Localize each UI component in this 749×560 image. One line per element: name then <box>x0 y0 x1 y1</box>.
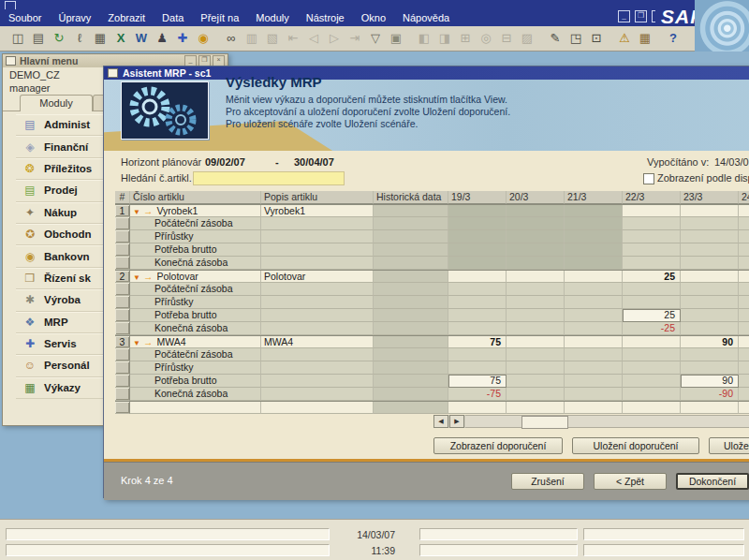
row-selector[interactable] <box>115 309 130 322</box>
row-number[interactable]: 1 <box>115 205 130 217</box>
gears-image <box>121 81 209 140</box>
detail-label: Potřeba brutto <box>130 375 261 388</box>
grid-cell <box>623 230 681 243</box>
find-icon[interactable]: ∞ <box>221 29 242 48</box>
row-selector[interactable] <box>115 322 130 335</box>
grid-cell[interactable]: -90 <box>681 388 739 401</box>
filter-person-icon[interactable]: ♟ <box>152 29 172 48</box>
query-icon[interactable]: ⊡ <box>586 29 607 48</box>
menu-moduly[interactable]: Moduly <box>247 12 297 23</box>
grid-cell[interactable]: 90 <box>681 336 739 348</box>
restore-icon[interactable]: ❐ <box>635 10 647 22</box>
link-arrow-icon[interactable]: → <box>143 271 154 282</box>
grid-cell[interactable]: 90 <box>681 375 739 388</box>
row-number[interactable]: 3 <box>115 336 130 348</box>
menu-data[interactable]: Data <box>154 12 192 23</box>
grid-cell[interactable]: 25 <box>623 309 681 322</box>
grid-cell <box>565 348 623 361</box>
collapse-triangle-icon[interactable]: ▼ <box>133 273 140 282</box>
tab-moduly[interactable]: Moduly <box>20 95 93 111</box>
row-selector[interactable] <box>115 283 130 296</box>
dialog-titlebar[interactable]: Asistent MRP - sc1 <box>104 66 749 80</box>
item-code-cell[interactable]: ▼→Polotovar <box>130 271 261 283</box>
calendar-icon[interactable]: ▦ <box>635 29 655 48</box>
grid-cell <box>448 309 507 322</box>
attachment-icon[interactable]: ℓ <box>69 29 90 48</box>
menu-zobrazit[interactable]: Zobrazit <box>99 12 154 23</box>
grid-cell <box>448 230 507 243</box>
empty-row <box>115 401 749 414</box>
save-scenario-button[interactable]: Uložení scénáře <box>709 437 749 454</box>
filter-icon[interactable]: ▽ <box>365 29 386 48</box>
grid-cell <box>448 402 507 414</box>
column-header-Čsloartiklu: Číslo artiklu <box>130 191 261 204</box>
view-recommendation-button[interactable]: Zobrazení doporučení <box>433 437 563 454</box>
word-icon[interactable]: W <box>131 29 152 48</box>
warning-icon[interactable]: ⚠ <box>614 29 635 48</box>
column-header-193: 19/3 <box>448 191 507 204</box>
grid-cell[interactable]: 75 <box>448 375 507 388</box>
collapse-triangle-icon[interactable]: ▼ <box>133 339 140 347</box>
row-selector[interactable] <box>115 257 130 270</box>
row-selector[interactable] <box>115 217 130 230</box>
grid-cell[interactable]: -75 <box>448 388 507 401</box>
row-selector[interactable] <box>115 388 130 401</box>
scroll-right-icon[interactable]: ▶ <box>449 415 464 428</box>
row-number[interactable]: 2 <box>115 271 130 283</box>
display-by-planner-checkbox[interactable] <box>643 173 654 184</box>
item-code-cell[interactable]: ▼→MWA4 <box>130 336 261 348</box>
grid-cell[interactable]: 25 <box>623 271 681 283</box>
minimize-icon[interactable]: _ <box>618 10 630 22</box>
item-code-cell[interactable]: ▼→Vyrobek1 <box>130 205 261 217</box>
checkbox-label: Zobrazení podle dispozice <box>657 172 749 184</box>
scroll-left-icon[interactable]: ◀ <box>433 415 448 428</box>
scrollbar-thumb[interactable] <box>521 416 568 429</box>
detail-description <box>261 361 374 375</box>
menu-soubor[interactable]: Soubor <box>0 12 50 23</box>
detail-description <box>261 375 374 388</box>
menu-pravy[interactable]: Úpravy <box>50 12 99 23</box>
menu-npovda[interactable]: Nápověda <box>394 12 458 23</box>
grid-cell[interactable]: 75 <box>448 336 507 348</box>
detail-label: Potřeba brutto <box>130 243 261 257</box>
row-selector[interactable] <box>115 243 130 257</box>
excel-icon[interactable]: X <box>110 29 131 48</box>
finish-button[interactable]: Dokončení <box>676 473 749 490</box>
row-selector[interactable] <box>115 361 130 375</box>
menu-okno[interactable]: Okno <box>353 12 394 23</box>
detail-description <box>261 283 374 296</box>
item-search-input[interactable] <box>193 171 345 185</box>
grid-cell <box>565 257 623 270</box>
grid-cell[interactable]: -25 <box>623 322 681 335</box>
historical-data-cell <box>374 309 448 322</box>
lock-icon[interactable]: ◉ <box>193 29 213 48</box>
move-icon[interactable]: ✚ <box>172 29 193 48</box>
save-recommendation-button[interactable]: Uložení doporučení <box>572 437 699 454</box>
grid-cell <box>623 336 681 348</box>
row-selector[interactable] <box>115 230 130 243</box>
menu-pejtna[interactable]: Přejít na <box>192 12 247 23</box>
row-selector[interactable] <box>115 348 130 361</box>
print-preview-icon[interactable]: ◫ <box>7 29 28 48</box>
print-icon[interactable]: ▤ <box>28 29 49 48</box>
menu-nstroje[interactable]: Nástroje <box>298 12 353 23</box>
calculator-icon[interactable]: ▦ <box>90 29 110 48</box>
toolbar-separator <box>406 29 414 48</box>
refresh-icon[interactable]: ↻ <box>49 29 69 48</box>
grid-cell <box>681 309 739 322</box>
form-settings-icon[interactable]: ◳ <box>565 29 586 48</box>
scrollbar-track[interactable] <box>465 415 749 428</box>
horizontal-scrollbar[interactable]: ◀ ▶ <box>433 415 749 428</box>
cancel-button[interactable]: Zrušení <box>511 473 584 490</box>
company-name: DEMO_CZ <box>9 69 60 81</box>
back-button[interactable]: < Zpět <box>594 473 667 490</box>
edit-pencil-icon[interactable]: ✎ <box>545 29 565 48</box>
link-arrow-icon[interactable]: → <box>143 336 154 347</box>
sidebar-item-label: Personál <box>44 360 90 371</box>
row-selector[interactable] <box>115 296 130 309</box>
collapse-triangle-icon[interactable]: ▼ <box>133 208 140 216</box>
link-arrow-icon[interactable]: → <box>143 205 154 216</box>
row-selector[interactable] <box>115 375 130 388</box>
help-icon[interactable]: ? <box>663 29 683 48</box>
folder-icon[interactable]: ▣ <box>386 29 406 48</box>
